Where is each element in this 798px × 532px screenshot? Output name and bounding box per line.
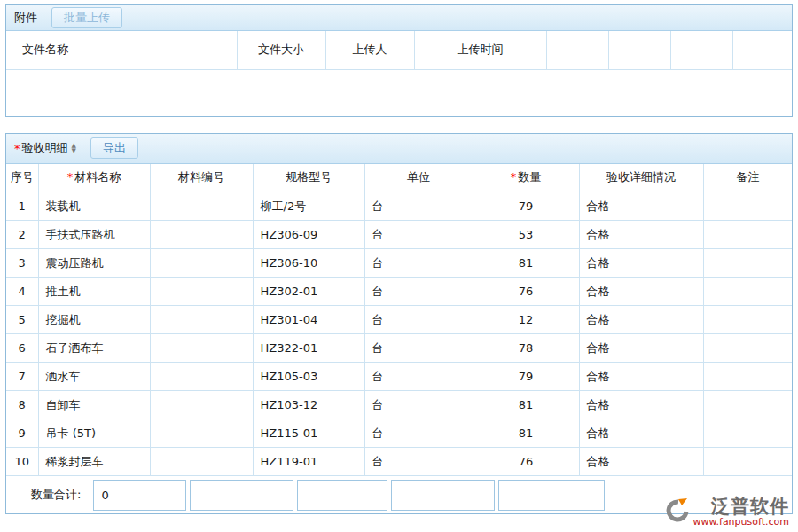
attachment-column-header xyxy=(546,31,608,69)
cell-code xyxy=(150,192,253,221)
attachment-title: 附件 xyxy=(14,10,37,26)
total-input-3[interactable] xyxy=(297,480,387,511)
cell-spec: HZ103-12 xyxy=(253,391,364,419)
cell-spec: HZ322-01 xyxy=(253,334,364,363)
cell-unit: 台 xyxy=(364,249,473,278)
cell-remark xyxy=(703,278,792,306)
cell-no: 3 xyxy=(6,249,38,278)
required-marker: * xyxy=(14,142,20,155)
details-header-row: 序号*材料名称材料编号规格型号单位*数量验收详细情况备注 xyxy=(6,164,792,192)
details-column-header: *材料名称 xyxy=(38,164,150,192)
attachment-column-header xyxy=(732,31,792,69)
details-column-header: 材料编号 xyxy=(150,164,253,192)
totals-label: 数量合计: xyxy=(31,480,81,510)
total-input-4[interactable] xyxy=(391,480,495,511)
total-input-5[interactable] xyxy=(498,480,605,511)
cell-code xyxy=(150,419,253,448)
cell-unit: 台 xyxy=(364,306,473,334)
export-button[interactable]: 导出 xyxy=(90,137,138,159)
table-row[interactable]: 7洒水车HZ105-03台79合格 xyxy=(6,363,792,391)
cell-qty: 79 xyxy=(473,192,579,221)
table-row[interactable]: 10稀浆封层车HZ119-01台76合格 xyxy=(6,448,792,476)
cell-status: 合格 xyxy=(579,334,703,363)
details-column-header: 规格型号 xyxy=(253,164,364,192)
cell-code xyxy=(150,334,253,363)
cell-remark xyxy=(703,391,792,419)
cell-spec: HZ306-09 xyxy=(253,221,364,249)
table-row[interactable]: 4推土机HZ302-01台76合格 xyxy=(6,278,792,306)
cell-status: 合格 xyxy=(579,192,703,221)
cell-name: 手扶式压路机 xyxy=(38,221,150,249)
cell-code xyxy=(150,278,253,306)
cell-code xyxy=(150,448,253,476)
attachment-header-bar: 附件 批量上传 xyxy=(6,5,792,31)
table-row[interactable]: 9吊卡 (5T)HZ115-01台81合格 xyxy=(6,419,792,448)
cell-no: 9 xyxy=(6,419,38,448)
page: 附件 批量上传 文件名称文件大小上传人上传时间 * 验收明细 ▲ ▼ 导出 xyxy=(0,0,798,532)
cell-code xyxy=(150,391,253,419)
cell-no: 4 xyxy=(6,278,38,306)
cell-status: 合格 xyxy=(579,363,703,391)
cell-name: 装载机 xyxy=(38,192,150,221)
cell-status: 合格 xyxy=(579,221,703,249)
cell-spec: 柳工/2号 xyxy=(253,192,364,221)
cell-no: 1 xyxy=(6,192,38,221)
details-table: 序号*材料名称材料编号规格型号单位*数量验收详细情况备注 1装载机柳工/2号台7… xyxy=(6,164,792,477)
totals-row: 数量合计: xyxy=(6,476,792,513)
details-column-header: 备注 xyxy=(703,164,792,192)
cell-unit: 台 xyxy=(364,278,473,306)
cell-name: 吊卡 (5T) xyxy=(38,419,150,448)
cell-qty: 78 xyxy=(473,334,579,363)
cell-status: 合格 xyxy=(579,391,703,419)
cell-code xyxy=(150,221,253,249)
cell-remark xyxy=(703,419,792,448)
attachment-column-header: 文件大小 xyxy=(237,31,325,69)
cell-name: 自卸车 xyxy=(38,391,150,419)
cell-qty: 53 xyxy=(473,221,579,249)
cell-no: 8 xyxy=(6,391,38,419)
cell-name: 推土机 xyxy=(38,278,150,306)
cell-no: 6 xyxy=(6,334,38,363)
table-row[interactable]: 6石子洒布车HZ322-01台78合格 xyxy=(6,334,792,363)
details-title: 验收明细 xyxy=(22,140,68,156)
table-row[interactable]: 3震动压路机HZ306-10台81合格 xyxy=(6,249,792,278)
cell-spec: HZ119-01 xyxy=(253,448,364,476)
table-row[interactable]: 2手扶式压路机HZ306-09台53合格 xyxy=(6,221,792,249)
quantity-total-input[interactable] xyxy=(93,480,186,511)
cell-qty: 81 xyxy=(473,249,579,278)
cell-qty: 76 xyxy=(473,448,579,476)
cell-unit: 台 xyxy=(364,448,473,476)
cell-spec: HZ306-10 xyxy=(253,249,364,278)
cell-status: 合格 xyxy=(579,448,703,476)
attachment-column-header xyxy=(670,31,732,69)
vendor-url: www.fanpusoft.com xyxy=(693,517,789,528)
cell-unit: 台 xyxy=(364,221,473,249)
total-input-2[interactable] xyxy=(190,480,293,511)
cell-spec: HZ115-01 xyxy=(253,419,364,448)
cell-unit: 台 xyxy=(364,334,473,363)
cell-remark xyxy=(703,221,792,249)
acceptance-details-panel: * 验收明细 ▲ ▼ 导出 序号*材料名称材料编号规格型号单位*数量验收详细情况… xyxy=(5,133,793,515)
batch-upload-button[interactable]: 批量上传 xyxy=(51,7,122,28)
sort-control[interactable]: ▲ ▼ xyxy=(72,143,76,153)
cell-status: 合格 xyxy=(579,419,703,448)
cell-name: 挖掘机 xyxy=(38,306,150,334)
table-row[interactable]: 1装载机柳工/2号台79合格 xyxy=(6,192,792,221)
cell-status: 合格 xyxy=(579,278,703,306)
section-gap xyxy=(5,117,793,133)
cell-remark xyxy=(703,249,792,278)
cell-qty: 12 xyxy=(473,306,579,334)
required-marker: * xyxy=(67,170,74,184)
attachment-column-header: 上传时间 xyxy=(414,31,546,69)
cell-status: 合格 xyxy=(579,249,703,278)
table-row[interactable]: 8自卸车HZ103-12台81合格 xyxy=(6,391,792,419)
cell-name: 洒水车 xyxy=(38,363,150,391)
cell-unit: 台 xyxy=(364,419,473,448)
table-row[interactable]: 5挖掘机HZ301-04台12合格 xyxy=(6,306,792,334)
attachment-empty-body xyxy=(6,70,792,116)
cell-code xyxy=(150,306,253,334)
attachment-panel: 附件 批量上传 文件名称文件大小上传人上传时间 xyxy=(5,4,793,117)
cell-unit: 台 xyxy=(364,391,473,419)
attachment-column-header: 文件名称 xyxy=(6,31,237,69)
details-column-header: *数量 xyxy=(473,164,579,192)
